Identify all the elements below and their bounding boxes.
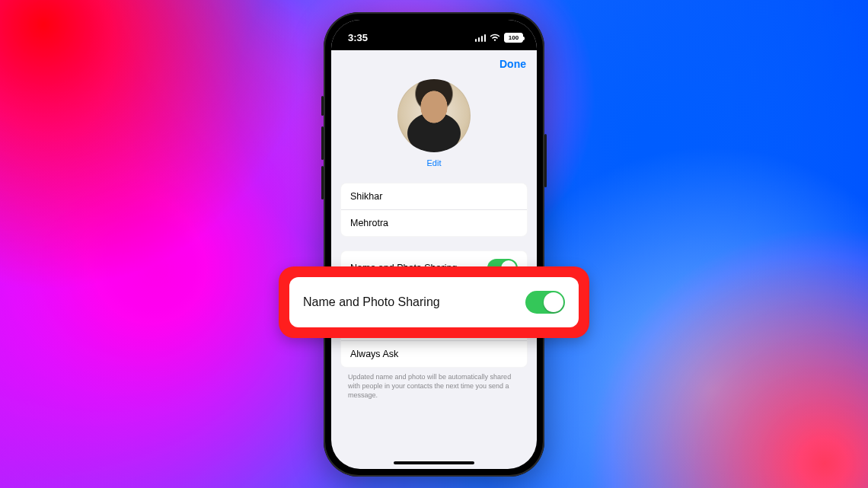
cellular-icon	[475, 33, 487, 42]
done-button[interactable]: Done	[499, 58, 526, 70]
profile-header: Edit	[331, 78, 537, 175]
phone-screen: 3:35 100 Done Edit	[331, 20, 537, 469]
status-time: 3:35	[348, 32, 368, 43]
first-name-row[interactable]	[341, 183, 527, 209]
battery-level: 100	[509, 34, 519, 41]
mute-switch	[321, 96, 324, 116]
wifi-icon	[490, 33, 500, 42]
first-name-field[interactable]	[350, 191, 518, 202]
home-indicator[interactable]	[394, 461, 474, 464]
volume-down-button	[321, 166, 324, 199]
last-name-row[interactable]	[341, 209, 527, 236]
volume-up-button	[321, 126, 324, 160]
nav-bar: Done	[331, 50, 537, 78]
sharing-footer-note: Updated name and photo will be automatic…	[348, 372, 520, 400]
highlight-label: Name and Photo Sharing	[303, 295, 440, 309]
status-icons: 100	[475, 33, 524, 43]
option-always-ask[interactable]: Always Ask	[341, 340, 527, 367]
battery-icon: 100	[504, 33, 523, 43]
highlight-callout: Name and Photo Sharing	[279, 266, 589, 338]
power-button	[544, 134, 547, 187]
name-group	[340, 183, 528, 237]
last-name-field[interactable]	[350, 218, 518, 228]
avatar[interactable]	[397, 79, 471, 152]
option-always-ask-label: Always Ask	[350, 349, 398, 359]
highlight-row[interactable]: Name and Photo Sharing	[289, 277, 579, 327]
edit-photo-button[interactable]: Edit	[427, 158, 442, 167]
highlight-toggle[interactable]	[525, 291, 565, 314]
notch	[388, 20, 480, 38]
iphone-frame: 3:35 100 Done Edit	[324, 12, 544, 477]
